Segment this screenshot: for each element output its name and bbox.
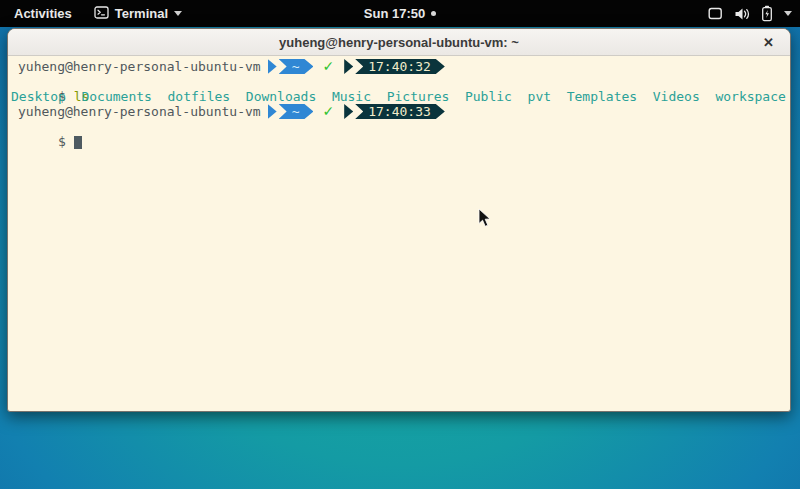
prompt-time-segment: 17:40:32 — [355, 59, 445, 74]
powerline-arrow-icon — [268, 104, 277, 119]
powerline-arrow-icon — [268, 59, 277, 74]
app-menu-button[interactable]: Terminal — [94, 6, 182, 22]
prompt-cwd: ~ — [292, 104, 300, 119]
command-line: $ls — [11, 74, 788, 89]
battery-charging-icon — [761, 5, 773, 22]
volume-icon — [734, 7, 750, 21]
prompt-user-host: yuheng@henry-personal-ubuntu-vm — [18, 59, 261, 74]
prompt-time: 17:40:32 — [368, 59, 431, 74]
clock-label: Sun 17:50 — [364, 6, 425, 21]
app-menu-label: Terminal — [115, 6, 168, 21]
window-titlebar[interactable]: yuheng@henry-personal-ubuntu-vm: ~ ✕ — [8, 29, 790, 56]
prompt-user-host: yuheng@henry-personal-ubuntu-vm — [18, 104, 261, 119]
top-bar: Activities Terminal Sun 17:50 — [0, 0, 800, 27]
prompt-time: 17:40:33 — [368, 104, 431, 119]
ls-output: Desktop Documents dotfiles Downloads Mus… — [11, 89, 788, 104]
text-cursor — [74, 136, 82, 149]
prompt-cwd: ~ — [292, 59, 300, 74]
status-check-icon: ✓ — [322, 104, 334, 119]
window-title: yuheng@henry-personal-ubuntu-vm: ~ — [279, 35, 519, 50]
terminal-icon — [94, 6, 109, 22]
terminal-window: yuheng@henry-personal-ubuntu-vm: ~ ✕ yuh… — [7, 28, 791, 412]
prompt-line: yuheng@henry-personal-ubuntu-vm ~ ✓ 17:4… — [11, 59, 788, 74]
powerline-arrow-icon — [344, 104, 353, 119]
prompt-symbol: $ — [58, 134, 66, 149]
top-bar-left: Activities Terminal — [0, 4, 182, 23]
clock-button[interactable]: Sun 17:50 — [364, 6, 436, 21]
activities-button[interactable]: Activities — [10, 4, 76, 23]
powerline-arrow-icon — [344, 59, 353, 74]
terminal-content[interactable]: yuheng@henry-personal-ubuntu-vm ~ ✓ 17:4… — [8, 55, 790, 411]
status-check-icon: ✓ — [322, 59, 334, 74]
prompt-cwd-segment: ~ — [279, 59, 314, 74]
input-line: $ — [11, 119, 788, 134]
prompt-cwd-segment: ~ — [279, 104, 314, 119]
chevron-down-icon — [784, 11, 792, 16]
notification-dot — [431, 11, 436, 16]
system-status-area[interactable] — [708, 0, 792, 27]
close-button[interactable]: ✕ — [759, 29, 778, 55]
prompt-time-segment: 17:40:33 — [355, 104, 445, 119]
display-icon — [708, 7, 723, 20]
chevron-down-icon — [174, 11, 182, 16]
prompt-line: yuheng@henry-personal-ubuntu-vm ~ ✓ 17:4… — [11, 104, 788, 119]
